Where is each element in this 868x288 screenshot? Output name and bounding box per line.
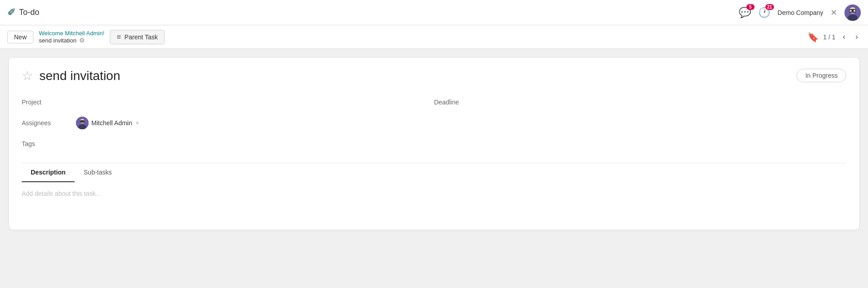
tab-subtasks[interactable]: Sub-tasks [75,163,121,182]
toolbar-right: 🔖 1 / 1 ‹ › [807,31,861,42]
svg-point-4 [850,10,852,12]
parent-task-icon: ≡ [117,33,121,41]
parent-task-label: Parent Task [124,33,158,41]
task-fields: Project Assignees [22,92,846,154]
svg-rect-9 [80,120,85,123]
description-area[interactable]: Add details about this task... [22,182,846,207]
assignees-value: Mitchell Admin × [76,117,139,129]
app-icon: ✐ [7,7,15,19]
project-field: Project [22,92,434,112]
task-title: send invitation [39,69,120,83]
notifications-button[interactable]: 💬 5 [739,7,751,19]
project-label: Project [22,99,76,106]
settings-icon[interactable]: ⚙ [79,37,85,44]
topbar-left: ✐ To-do [7,7,39,19]
tags-label: Tags [22,140,76,147]
close-button[interactable]: ✕ [830,8,837,18]
app-title: To-do [19,8,39,17]
breadcrumb: Welcome Mitchell Admin! send invitation … [39,30,104,44]
left-fields: Project Assignees [22,92,434,154]
new-button[interactable]: New [7,31,33,43]
secondary-toolbar: New Welcome Mitchell Admin! send invitat… [0,25,868,49]
bookmark-icon[interactable]: 🔖 [807,32,819,42]
prev-button[interactable]: ‹ [840,31,848,42]
tabs-section: Description Sub-tasks Add details about … [22,163,846,207]
clock-button[interactable]: 🕐 21 [758,7,770,19]
main-content: ☆ send invitation In Progress Project As… [0,49,868,288]
svg-point-5 [854,10,855,12]
remove-assignee-button[interactable]: × [136,120,139,126]
pagination-text: 1 / 1 [823,33,835,41]
task-card: ☆ send invitation In Progress Project As… [9,58,859,230]
topbar-right: 💬 5 🕐 21 Demo Company ✕ [739,5,861,21]
task-title-area: ☆ send invitation [22,69,120,83]
avatar-svg [844,5,861,21]
assignee-avatar-svg [76,117,89,129]
tabs-nav: Description Sub-tasks [22,163,846,182]
task-header: ☆ send invitation In Progress [22,69,846,83]
company-name: Demo Company [778,9,823,16]
tags-field: Tags [22,134,434,154]
deadline-field: Deadline [434,92,846,112]
tab-description[interactable]: Description [22,163,75,182]
topbar: ✐ To-do 💬 5 🕐 21 Demo Company ✕ [0,0,868,25]
status-button[interactable]: In Progress [797,69,846,82]
assignee-avatar [76,117,89,129]
user-avatar[interactable] [844,5,861,21]
description-placeholder: Add details about this task... [22,190,101,197]
assignees-field: Assignees Mitchell Admin × [22,112,434,134]
assignee-name: Mitchell Admin [91,119,132,127]
assignees-label: Assignees [22,119,76,127]
star-icon[interactable]: ☆ [22,70,33,82]
deadline-label: Deadline [434,99,488,106]
next-button[interactable]: › [853,31,861,42]
right-fields: Deadline [434,92,846,154]
parent-task-button[interactable]: ≡ Parent Task [110,30,165,44]
clock-badge: 21 [765,4,774,10]
breadcrumb-link[interactable]: Welcome Mitchell Admin! [39,30,104,37]
breadcrumb-task-name: send invitation [39,37,76,44]
breadcrumb-sub: send invitation ⚙ [39,37,104,44]
notifications-badge: 5 [746,4,755,10]
toolbar-left: New Welcome Mitchell Admin! send invitat… [7,30,165,44]
